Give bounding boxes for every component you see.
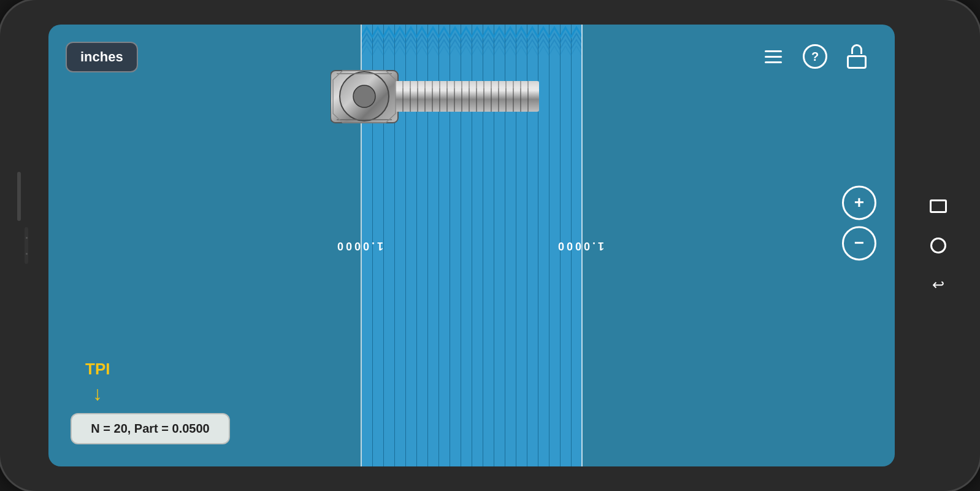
speaker bbox=[25, 227, 28, 264]
measurement-label-right: 1.0000 bbox=[556, 239, 604, 252]
tpi-section: TPI ↓ bbox=[85, 360, 110, 405]
lock-button[interactable] bbox=[843, 43, 870, 70]
back-icon: ↩ bbox=[932, 276, 944, 293]
hamburger-line bbox=[765, 56, 782, 58]
home-icon bbox=[930, 238, 946, 253]
help-button[interactable]: ? bbox=[802, 43, 829, 70]
zoom-controls: + − bbox=[842, 185, 876, 260]
bolt-svg bbox=[331, 37, 539, 141]
toolbar: ? bbox=[760, 43, 870, 70]
tpi-label: TPI bbox=[85, 360, 110, 379]
unit-toggle-button[interactable]: inches bbox=[66, 42, 138, 72]
volume-button[interactable] bbox=[17, 172, 21, 221]
tpi-arrow-icon: ↓ bbox=[93, 382, 102, 405]
help-icon: ? bbox=[803, 44, 827, 69]
measurement-label-left: 1.0000 bbox=[335, 239, 383, 252]
android-nav: ↩ bbox=[927, 195, 949, 296]
zoom-out-button[interactable]: − bbox=[842, 226, 876, 260]
svg-point-4 bbox=[353, 85, 375, 107]
lock-icon bbox=[846, 44, 868, 69]
back-button[interactable]: ↩ bbox=[927, 274, 949, 296]
result-display: N = 20, Part = 0.0500 bbox=[71, 413, 230, 444]
hamburger-line bbox=[765, 50, 782, 52]
stripe bbox=[538, 25, 549, 466]
bolt-image bbox=[331, 37, 539, 160]
menu-button[interactable] bbox=[760, 43, 787, 70]
hamburger-line bbox=[765, 61, 782, 63]
app-screen: 1.0000 1.0000 bbox=[48, 25, 895, 466]
lock-body bbox=[847, 55, 867, 69]
phone-frame: 1.0000 1.0000 bbox=[0, 0, 980, 491]
recent-apps-button[interactable] bbox=[927, 195, 949, 217]
recent-apps-icon bbox=[930, 199, 947, 213]
svg-rect-24 bbox=[395, 81, 539, 88]
home-button[interactable] bbox=[927, 234, 949, 257]
hamburger-icon bbox=[765, 50, 782, 63]
zoom-in-button[interactable]: + bbox=[842, 185, 876, 220]
lock-shackle bbox=[851, 44, 862, 54]
